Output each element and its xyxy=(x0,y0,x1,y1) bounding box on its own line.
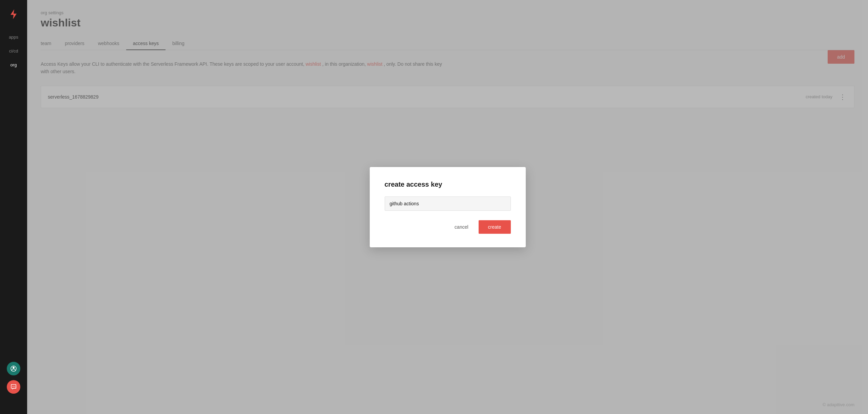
create-access-key-modal: create access key cancel create xyxy=(370,167,526,247)
sidebar-item-cicd[interactable]: ci/cd xyxy=(0,46,27,56)
create-button[interactable]: create xyxy=(479,220,511,234)
sidebar-bottom xyxy=(7,362,20,394)
modal-overlay: create access key cancel create xyxy=(27,0,868,414)
sidebar: apps ci/cd org xyxy=(0,0,27,414)
chat-button[interactable] xyxy=(7,380,20,394)
svg-marker-0 xyxy=(11,9,17,19)
sidebar-item-org[interactable]: org xyxy=(0,60,27,70)
modal-actions: cancel create xyxy=(385,220,511,234)
svg-point-2 xyxy=(13,367,15,369)
svg-point-3 xyxy=(12,386,13,387)
logo[interactable] xyxy=(6,7,21,22)
avatar[interactable] xyxy=(7,362,20,375)
svg-point-4 xyxy=(13,386,14,387)
svg-point-5 xyxy=(14,386,15,387)
key-name-input[interactable] xyxy=(385,196,511,211)
modal-title: create access key xyxy=(385,181,511,188)
main-content: org settings wishlist team providers web… xyxy=(27,0,868,414)
cancel-button[interactable]: cancel xyxy=(450,221,473,233)
sidebar-item-apps[interactable]: apps xyxy=(0,32,27,42)
sidebar-nav: apps ci/cd org xyxy=(0,32,27,70)
main-inner: org settings wishlist team providers web… xyxy=(27,0,868,414)
